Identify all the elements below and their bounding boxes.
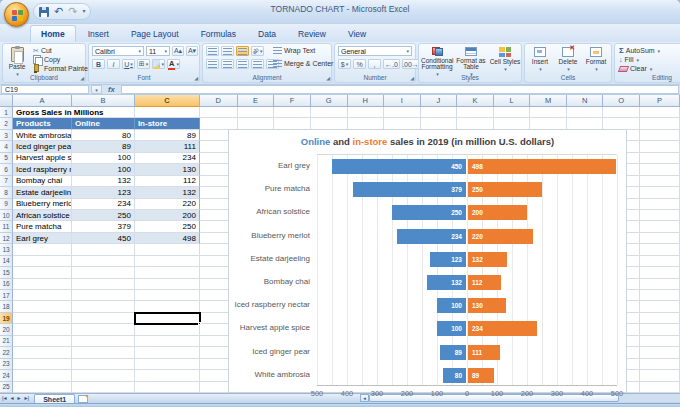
wrap-text-button[interactable]: Wrap Text [271, 46, 315, 55]
column-header-L[interactable]: L [494, 95, 531, 107]
cell-O1[interactable] [603, 107, 640, 118]
row-header-25[interactable]: 25 [0, 382, 13, 393]
column-header-F[interactable]: F [274, 95, 311, 107]
format-as-table-button[interactable]: Format as Table [454, 45, 488, 77]
cell-C8[interactable]: 132 [135, 187, 200, 198]
fill-handle[interactable] [198, 322, 201, 325]
copy-button[interactable]: Copy [31, 55, 90, 64]
row-header-13[interactable]: 13 [0, 244, 13, 255]
cell-A10[interactable]: African solstice [13, 210, 72, 221]
merge-center-button[interactable]: Merge & Center [271, 59, 339, 68]
cell-B8[interactable]: 123 [72, 187, 135, 198]
column-header-P[interactable]: P [640, 95, 680, 107]
align-right-button[interactable] [236, 59, 249, 69]
bar-in-store-estate-darjeeling[interactable]: 132 [468, 252, 507, 267]
cell-P1[interactable] [640, 107, 680, 118]
bottom-align-button[interactable] [236, 46, 249, 56]
row-header-21[interactable]: 21 [0, 336, 13, 347]
cell-P22[interactable] [640, 347, 680, 358]
formula-input[interactable] [121, 85, 679, 94]
number-dialog-launcher[interactable]: ◢ [410, 76, 414, 81]
sheet-nav-3[interactable]: ▸| [23, 394, 32, 403]
row-header-4[interactable]: 4 [0, 141, 13, 152]
cell-A17[interactable] [13, 290, 72, 301]
cell-B10[interactable]: 250 [72, 210, 135, 221]
shrink-font-button[interactable]: A▾ [186, 46, 198, 56]
bar-online-earl-grey[interactable]: 450 [332, 159, 466, 174]
bar-online-bombay-chai[interactable]: 132 [427, 275, 466, 290]
cell-B22[interactable] [72, 347, 135, 358]
column-header-B[interactable]: B [72, 95, 135, 107]
cell-F1[interactable] [274, 107, 311, 118]
align-left-button[interactable] [206, 59, 219, 69]
row-header-24[interactable]: 24 [0, 370, 13, 381]
cell-C10[interactable]: 200 [135, 210, 200, 221]
column-header-J[interactable]: J [421, 95, 458, 107]
bar-online-white-ambrosia[interactable]: 80 [443, 368, 466, 383]
number-button-0[interactable]: $ [338, 59, 351, 69]
cell-A3[interactable]: White ambrosia [13, 130, 72, 141]
cell-B13[interactable] [72, 244, 135, 255]
cell-P7[interactable] [640, 176, 680, 187]
bar-in-store-bombay-chai[interactable]: 112 [468, 275, 501, 290]
cell-N1[interactable] [567, 107, 604, 118]
top-align-button[interactable] [206, 46, 219, 56]
cell-B25[interactable] [72, 382, 135, 393]
paste-button[interactable]: Paste [5, 45, 29, 77]
cell-P9[interactable] [640, 199, 680, 210]
font-name-select[interactable]: Calibri▾ [92, 46, 144, 56]
tab-insert[interactable]: Insert [78, 26, 119, 42]
cell-P12[interactable] [640, 233, 680, 244]
cell-B3[interactable]: 80 [72, 130, 135, 141]
cell-styles-button[interactable]: Cell Styles [488, 45, 522, 77]
row-header-10[interactable]: 10 [0, 210, 13, 221]
grow-font-button[interactable]: A▴ [172, 46, 184, 56]
conditional-formatting-button[interactable]: Conditional Formatting [420, 45, 454, 77]
row-header-14[interactable]: 14 [0, 256, 13, 267]
sheet-nav-2[interactable]: ▸ [16, 394, 23, 403]
cell-B15[interactable] [72, 267, 135, 278]
middle-align-button[interactable] [221, 46, 234, 56]
bar-in-store-iced-raspberry-nectar[interactable]: 130 [468, 298, 506, 313]
row-header-15[interactable]: 15 [0, 267, 13, 278]
cell-B19[interactable] [72, 313, 135, 324]
cell-A18[interactable] [13, 301, 72, 312]
row-header-3[interactable]: 3 [0, 130, 13, 141]
name-box-dropdown-icon[interactable]: ▾ [91, 85, 102, 94]
fill-button[interactable]: ↓Fill [617, 55, 660, 64]
sheet-nav-0[interactable]: |◂ [0, 394, 9, 403]
column-header-I[interactable]: I [384, 95, 421, 107]
cell-C20[interactable] [135, 324, 200, 335]
column-header-K[interactable]: K [457, 95, 494, 107]
cell-C6[interactable]: 130 [135, 164, 200, 175]
cell-B7[interactable]: 132 [72, 176, 135, 187]
fill-color-button[interactable] [152, 59, 165, 69]
cell-A4[interactable]: Iced ginger pear [13, 141, 72, 152]
cell-B11[interactable]: 379 [72, 221, 135, 232]
bar-online-iced-raspberry-nectar[interactable]: 100 [437, 298, 466, 313]
bar-in-store-pure-matcha[interactable]: 250 [468, 182, 542, 197]
cell-B2[interactable]: Online [72, 118, 135, 129]
cell-A14[interactable] [13, 256, 72, 267]
row-header-16[interactable]: 16 [0, 279, 13, 290]
cell-C1[interactable] [135, 107, 200, 118]
number-button-4[interactable]: .00→ [402, 59, 419, 69]
row-header-19[interactable]: 19 [0, 313, 13, 324]
cell-B20[interactable] [72, 324, 135, 335]
cell-M1[interactable] [530, 107, 567, 118]
row-header-1[interactable]: 1 [0, 107, 13, 118]
bar-online-blueberry-merlot[interactable]: 234 [397, 229, 466, 244]
cell-B16[interactable] [72, 279, 135, 290]
cell-C5[interactable]: 234 [135, 153, 200, 164]
cell-P16[interactable] [640, 279, 680, 290]
bar-online-pure-matcha[interactable]: 379 [353, 182, 466, 197]
sheet-tab-sheet1[interactable]: Sheet1 [34, 394, 75, 403]
cell-H1[interactable] [348, 107, 385, 118]
bar-online-harvest-apple-spice[interactable]: 100 [437, 321, 466, 336]
office-button[interactable] [4, 2, 29, 27]
bar-in-store-white-ambrosia[interactable]: 89 [468, 368, 494, 383]
column-header-N[interactable]: N [567, 95, 604, 107]
tab-formulas[interactable]: Formulas [191, 26, 246, 42]
cell-A11[interactable]: Pure matcha [13, 221, 72, 232]
bar-in-store-blueberry-merlot[interactable]: 220 [468, 229, 533, 244]
